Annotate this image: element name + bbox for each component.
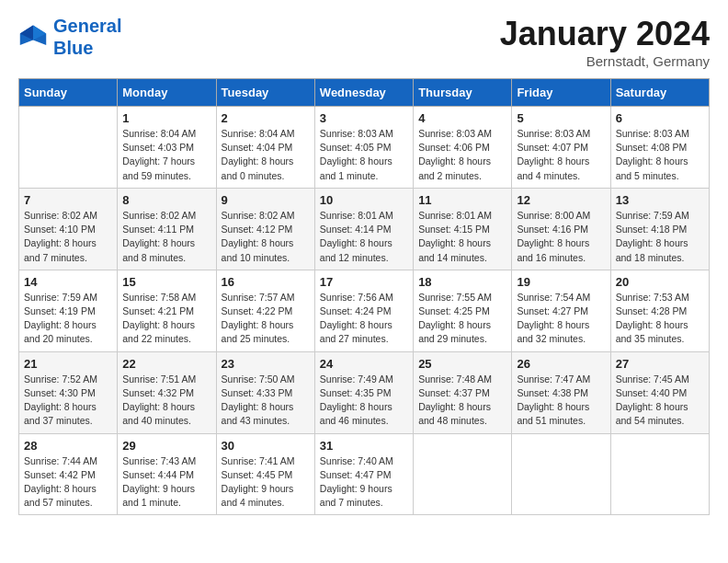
day-number: 12 — [517, 193, 605, 207]
calendar-day-cell: 25Sunrise: 7:48 AMSunset: 4:37 PMDayligh… — [414, 351, 512, 433]
day-info: Sunrise: 8:04 AMSunset: 4:03 PMDaylight:… — [122, 127, 210, 183]
calendar-day-cell: 29Sunrise: 7:43 AMSunset: 4:44 PMDayligh… — [118, 433, 216, 515]
day-info: Sunrise: 8:02 AMSunset: 4:12 PMDaylight:… — [222, 209, 310, 265]
day-info: Sunrise: 7:52 AMSunset: 4:30 PMDaylight:… — [24, 373, 112, 429]
calendar-week-row: 28Sunrise: 7:44 AMSunset: 4:42 PMDayligh… — [19, 433, 710, 515]
day-number: 20 — [616, 275, 704, 289]
day-info: Sunrise: 8:00 AMSunset: 4:16 PMDaylight:… — [517, 209, 605, 265]
day-number: 26 — [517, 357, 605, 371]
day-number: 19 — [517, 275, 605, 289]
calendar-day-cell: 5Sunrise: 8:03 AMSunset: 4:07 PMDaylight… — [512, 107, 610, 189]
day-number: 6 — [616, 111, 704, 125]
day-number: 8 — [122, 193, 210, 207]
day-info: Sunrise: 7:59 AMSunset: 4:18 PMDaylight:… — [616, 209, 704, 265]
day-header: Friday — [512, 79, 610, 107]
calendar-week-row: 7Sunrise: 8:02 AMSunset: 4:10 PMDaylight… — [19, 188, 710, 270]
day-number: 9 — [222, 193, 310, 207]
day-number: 3 — [320, 111, 408, 125]
day-number: 2 — [222, 111, 310, 125]
day-number: 1 — [122, 111, 210, 125]
calendar-header-row: SundayMondayTuesdayWednesdayThursdayFrid… — [19, 79, 710, 107]
day-info: Sunrise: 7:54 AMSunset: 4:27 PMDaylight:… — [517, 291, 605, 347]
day-info: Sunrise: 8:03 AMSunset: 4:05 PMDaylight:… — [320, 127, 408, 183]
calendar-day-cell: 2Sunrise: 8:04 AMSunset: 4:04 PMDaylight… — [216, 107, 314, 189]
calendar-day-cell: 3Sunrise: 8:03 AMSunset: 4:05 PMDaylight… — [314, 107, 413, 189]
calendar-day-cell: 24Sunrise: 7:49 AMSunset: 4:35 PMDayligh… — [314, 351, 413, 433]
day-number: 5 — [517, 111, 605, 125]
day-number: 13 — [616, 193, 704, 207]
header: General Blue January 2024 Bernstadt, Ger… — [18, 15, 710, 69]
calendar-day-cell: 23Sunrise: 7:50 AMSunset: 4:33 PMDayligh… — [216, 351, 314, 433]
logo: General Blue — [18, 15, 121, 59]
calendar-day-cell: 31Sunrise: 7:40 AMSunset: 4:47 PMDayligh… — [314, 433, 413, 515]
day-number: 31 — [320, 439, 408, 453]
calendar-week-row: 14Sunrise: 7:59 AMSunset: 4:19 PMDayligh… — [19, 270, 710, 351]
logo-text: General Blue — [53, 15, 121, 59]
day-info: Sunrise: 7:40 AMSunset: 4:47 PMDaylight:… — [320, 454, 408, 511]
day-info: Sunrise: 7:57 AMSunset: 4:22 PMDaylight:… — [222, 291, 310, 347]
day-info: Sunrise: 8:02 AMSunset: 4:11 PMDaylight:… — [122, 209, 210, 265]
day-number: 28 — [24, 439, 112, 453]
day-info: Sunrise: 7:49 AMSunset: 4:35 PMDaylight:… — [320, 373, 408, 429]
day-header: Tuesday — [216, 79, 314, 107]
calendar-day-cell: 4Sunrise: 8:03 AMSunset: 4:06 PMDaylight… — [414, 107, 512, 189]
day-number: 4 — [418, 111, 506, 125]
day-info: Sunrise: 7:45 AMSunset: 4:40 PMDaylight:… — [616, 373, 704, 429]
calendar-week-row: 1Sunrise: 8:04 AMSunset: 4:03 PMDaylight… — [19, 107, 710, 189]
day-number: 23 — [222, 357, 310, 371]
day-header: Wednesday — [314, 79, 413, 107]
day-header: Monday — [118, 79, 216, 107]
calendar-day-cell — [610, 433, 709, 515]
calendar-day-cell — [512, 433, 610, 515]
day-info: Sunrise: 7:55 AMSunset: 4:25 PMDaylight:… — [418, 291, 506, 347]
day-info: Sunrise: 8:03 AMSunset: 4:07 PMDaylight:… — [517, 127, 605, 183]
day-info: Sunrise: 7:50 AMSunset: 4:33 PMDaylight:… — [222, 373, 310, 429]
calendar-day-cell: 28Sunrise: 7:44 AMSunset: 4:42 PMDayligh… — [19, 433, 118, 515]
calendar-day-cell: 30Sunrise: 7:41 AMSunset: 4:45 PMDayligh… — [216, 433, 314, 515]
day-info: Sunrise: 8:03 AMSunset: 4:06 PMDaylight:… — [418, 127, 506, 183]
day-info: Sunrise: 7:44 AMSunset: 4:42 PMDaylight:… — [24, 454, 112, 511]
calendar-day-cell: 21Sunrise: 7:52 AMSunset: 4:30 PMDayligh… — [19, 351, 118, 433]
calendar-day-cell: 1Sunrise: 8:04 AMSunset: 4:03 PMDaylight… — [118, 107, 216, 189]
day-info: Sunrise: 7:48 AMSunset: 4:37 PMDaylight:… — [418, 373, 506, 429]
day-info: Sunrise: 7:58 AMSunset: 4:21 PMDaylight:… — [122, 291, 210, 347]
day-info: Sunrise: 7:59 AMSunset: 4:19 PMDaylight:… — [24, 291, 112, 347]
calendar-day-cell: 6Sunrise: 8:03 AMSunset: 4:08 PMDaylight… — [610, 107, 709, 189]
calendar-day-cell: 27Sunrise: 7:45 AMSunset: 4:40 PMDayligh… — [610, 351, 709, 433]
day-header: Thursday — [414, 79, 512, 107]
logo-icon — [18, 22, 48, 52]
day-info: Sunrise: 7:41 AMSunset: 4:45 PMDaylight:… — [222, 454, 310, 511]
month-title: January 2024 — [500, 15, 710, 53]
day-number: 21 — [24, 357, 112, 371]
day-info: Sunrise: 8:04 AMSunset: 4:04 PMDaylight:… — [222, 127, 310, 183]
day-info: Sunrise: 7:53 AMSunset: 4:28 PMDaylight:… — [616, 291, 704, 347]
day-number: 14 — [24, 275, 112, 289]
day-info: Sunrise: 8:01 AMSunset: 4:15 PMDaylight:… — [418, 209, 506, 265]
calendar-day-cell: 10Sunrise: 8:01 AMSunset: 4:14 PMDayligh… — [314, 188, 413, 270]
day-info: Sunrise: 7:51 AMSunset: 4:32 PMDaylight:… — [122, 373, 210, 429]
calendar-day-cell: 18Sunrise: 7:55 AMSunset: 4:25 PMDayligh… — [414, 270, 512, 351]
calendar-day-cell: 11Sunrise: 8:01 AMSunset: 4:15 PMDayligh… — [414, 188, 512, 270]
calendar-day-cell: 19Sunrise: 7:54 AMSunset: 4:27 PMDayligh… — [512, 270, 610, 351]
calendar-day-cell: 17Sunrise: 7:56 AMSunset: 4:24 PMDayligh… — [314, 270, 413, 351]
day-number: 27 — [616, 357, 704, 371]
calendar-day-cell: 8Sunrise: 8:02 AMSunset: 4:11 PMDaylight… — [118, 188, 216, 270]
calendar-week-row: 21Sunrise: 7:52 AMSunset: 4:30 PMDayligh… — [19, 351, 710, 433]
calendar-day-cell: 26Sunrise: 7:47 AMSunset: 4:38 PMDayligh… — [512, 351, 610, 433]
calendar-day-cell: 13Sunrise: 7:59 AMSunset: 4:18 PMDayligh… — [610, 188, 709, 270]
calendar-day-cell: 7Sunrise: 8:02 AMSunset: 4:10 PMDaylight… — [19, 188, 118, 270]
calendar-table: SundayMondayTuesdayWednesdayThursdayFrid… — [18, 78, 710, 515]
day-info: Sunrise: 8:01 AMSunset: 4:14 PMDaylight:… — [320, 209, 408, 265]
day-number: 24 — [320, 357, 408, 371]
calendar-day-cell: 12Sunrise: 8:00 AMSunset: 4:16 PMDayligh… — [512, 188, 610, 270]
calendar-day-cell: 9Sunrise: 8:02 AMSunset: 4:12 PMDaylight… — [216, 188, 314, 270]
day-number: 22 — [122, 357, 210, 371]
calendar-day-cell — [19, 107, 118, 189]
title-area: January 2024 Bernstadt, Germany — [500, 15, 710, 69]
day-number: 10 — [320, 193, 408, 207]
day-number: 16 — [222, 275, 310, 289]
calendar-day-cell — [414, 433, 512, 515]
location-subtitle: Bernstadt, Germany — [500, 53, 710, 69]
day-info: Sunrise: 7:47 AMSunset: 4:38 PMDaylight:… — [517, 373, 605, 429]
day-number: 30 — [222, 439, 310, 453]
